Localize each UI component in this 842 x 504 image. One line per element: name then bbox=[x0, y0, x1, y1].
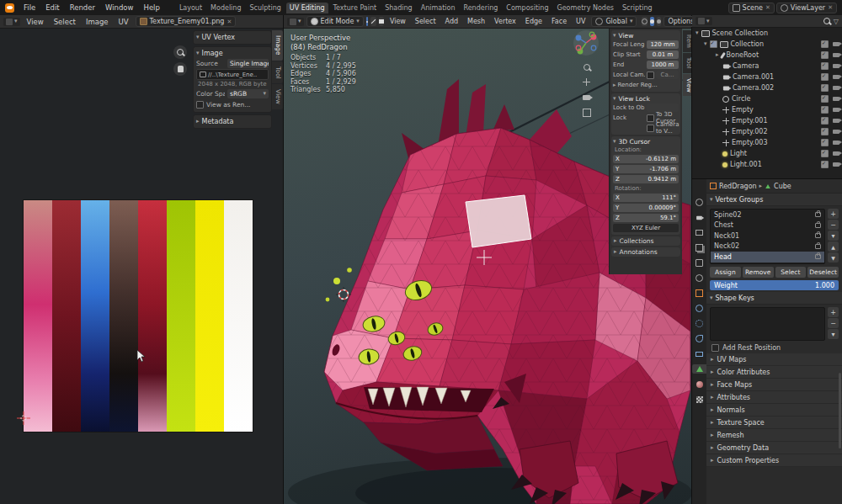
n-tab-view[interactable]: View bbox=[683, 74, 691, 97]
tab-constraint-properties[interactable] bbox=[692, 349, 706, 358]
cursor-location-z[interactable]: Z0.9412 m bbox=[613, 175, 679, 183]
tab-view-layer-properties[interactable] bbox=[692, 243, 706, 252]
editor-type-button[interactable]: ▾ bbox=[695, 17, 712, 25]
viewport-canvas[interactable]: User Perspective (84) RedDragon Objects1… bbox=[284, 29, 691, 504]
vp-menu-mesh[interactable]: Mesh bbox=[464, 17, 488, 26]
image-unlink-icon[interactable]: ✕ bbox=[226, 19, 232, 25]
workspace-tab-layout[interactable]: Layout bbox=[176, 3, 205, 13]
vertex-select-mode-button[interactable] bbox=[366, 17, 368, 26]
local-camera-checkbox[interactable] bbox=[647, 72, 654, 79]
perspective-toggle-icon[interactable] bbox=[580, 106, 593, 119]
menu-help[interactable]: Help bbox=[139, 2, 163, 13]
menu-window[interactable]: Window bbox=[101, 2, 138, 13]
panel-normals[interactable]: ▸ Normals bbox=[706, 404, 842, 416]
deselect-button[interactable]: Deselect bbox=[807, 267, 839, 278]
tab-scene-properties[interactable] bbox=[692, 258, 706, 268]
uv-canvas[interactable]: ▾ UV Vertex ▾ Image Source Single Image … bbox=[0, 29, 283, 504]
scene-selector[interactable]: Scene ✕ bbox=[728, 3, 775, 13]
face-select-mode-button[interactable] bbox=[379, 17, 384, 26]
outliner-row-camera[interactable]: Camera bbox=[692, 61, 842, 72]
menu-render[interactable]: Render bbox=[66, 2, 99, 13]
vertex-group-row[interactable]: Neck01 bbox=[711, 231, 824, 241]
uv-tab-tool[interactable]: Tool bbox=[272, 61, 283, 84]
tab-object-data-properties[interactable] bbox=[692, 364, 706, 374]
outliner-row-light[interactable]: Light bbox=[692, 148, 842, 159]
panel-attributes[interactable]: ▸ Attributes bbox=[706, 391, 842, 404]
zoom-view-icon[interactable] bbox=[580, 61, 593, 73]
material-shading-button[interactable] bbox=[657, 17, 661, 26]
vertex-group-row-active[interactable]: Head bbox=[711, 252, 824, 263]
outliner-row-circle[interactable]: Circle bbox=[692, 93, 842, 104]
menu-edit[interactable]: Edit bbox=[41, 2, 63, 13]
panel-remesh[interactable]: ▸ Remesh bbox=[706, 429, 842, 442]
vertex-group-row[interactable]: Chest bbox=[711, 220, 824, 231]
clip-start-field[interactable]: 0.01 m bbox=[647, 50, 679, 59]
workspace-tab-modeling[interactable]: Modeling bbox=[207, 3, 244, 13]
view-layer-selector[interactable]: ViewLayer ✕ bbox=[776, 3, 837, 13]
vp-menu-view[interactable]: View bbox=[386, 17, 409, 26]
vertex-group-row[interactable]: Spine02 bbox=[711, 210, 824, 220]
editor-type-button[interactable]: ▾ bbox=[3, 18, 20, 26]
cursor-rotation-x[interactable]: X111° bbox=[613, 194, 679, 202]
wireframe-shading-button[interactable] bbox=[642, 17, 647, 26]
blender-logo-icon[interactable] bbox=[5, 3, 14, 13]
workspace-tab-scripting[interactable]: Scripting bbox=[619, 3, 656, 13]
cursor-location-y[interactable]: Y-1.706 m bbox=[613, 165, 679, 173]
workspace-tab-uv-editing[interactable]: UV Editing bbox=[286, 3, 328, 13]
remove-shape-key-button[interactable]: − bbox=[828, 318, 839, 328]
tab-modifier-properties[interactable] bbox=[692, 304, 706, 313]
hide-viewport-toggle[interactable] bbox=[821, 139, 829, 146]
vp-menu-vertex[interactable]: Vertex bbox=[491, 17, 520, 26]
uv-zoom-gizmo[interactable] bbox=[173, 45, 187, 59]
workspace-tab-rendering[interactable]: Rendering bbox=[460, 3, 501, 13]
tab-tool-properties[interactable] bbox=[692, 198, 706, 207]
navigation-gizmo[interactable] bbox=[573, 30, 599, 56]
properties-scrollbar[interactable] bbox=[839, 373, 841, 448]
disable-render-toggle[interactable] bbox=[833, 86, 839, 90]
select-button[interactable]: Select bbox=[775, 267, 807, 278]
uv-menu-image[interactable]: Image bbox=[83, 17, 112, 27]
workspace-tab-compositing[interactable]: Compositing bbox=[503, 3, 552, 13]
view-panel-header[interactable]: ▾ View bbox=[613, 31, 679, 40]
vertex-groups-header[interactable]: ▾ Vertex Groups bbox=[706, 194, 842, 206]
tab-world-properties[interactable] bbox=[692, 273, 706, 283]
n-tab-item[interactable]: Item bbox=[683, 30, 691, 52]
image-datablock[interactable]: Texture_Enemy01.png ✕ bbox=[136, 16, 237, 27]
outliner-row-empty[interactable]: Empty bbox=[692, 104, 842, 115]
disable-render-toggle[interactable] bbox=[833, 42, 839, 46]
annotations-panel[interactable]: ▸ Annotations bbox=[611, 247, 680, 257]
vertex-group-row[interactable]: Neck02 bbox=[711, 241, 824, 252]
outliner-row-scene-collection[interactable]: ▾ Scene Collection bbox=[692, 28, 842, 39]
panel-geometry-data[interactable]: ▸ Geometry Data bbox=[706, 442, 842, 454]
uv-menu-view[interactable]: View bbox=[24, 17, 47, 27]
hide-viewport-toggle[interactable] bbox=[821, 150, 829, 157]
outliner-row-light-001[interactable]: Light.001 bbox=[692, 159, 842, 170]
uv-tab-view[interactable]: View bbox=[272, 84, 283, 109]
workspace-tab-animation[interactable]: Animation bbox=[418, 3, 459, 13]
vp-menu-add[interactable]: Add bbox=[442, 17, 462, 26]
lock-3d-cursor-checkbox[interactable] bbox=[647, 114, 654, 122]
rotation-mode-dropdown[interactable]: XYZ Euler bbox=[613, 224, 679, 232]
hide-viewport-toggle[interactable] bbox=[821, 128, 829, 135]
uv-tab-image[interactable]: Image bbox=[272, 30, 283, 61]
orientation-dropdown[interactable]: Global ▾ bbox=[591, 16, 637, 27]
color-space-dropdown[interactable]: sRGB ▾ bbox=[227, 89, 269, 98]
vp-menu-select[interactable]: Select bbox=[412, 17, 440, 26]
local-camera-field[interactable]: Ca... bbox=[656, 71, 679, 79]
tab-material-properties[interactable] bbox=[692, 379, 706, 389]
outliner-row-collection[interactable]: ▾ Collection bbox=[692, 39, 842, 50]
workspace-tab-texture-paint[interactable]: Texture Paint bbox=[330, 3, 381, 13]
search-icon[interactable] bbox=[823, 18, 830, 24]
add-rest-position-checkbox[interactable] bbox=[711, 344, 719, 352]
add-shape-key-button[interactable]: + bbox=[828, 307, 839, 317]
render-region-label[interactable]: Render Reg... bbox=[618, 82, 658, 88]
breadcrumb-data[interactable]: Cube bbox=[774, 183, 791, 190]
workspace-tab-shading[interactable]: Shading bbox=[381, 3, 416, 13]
tab-render-properties[interactable] bbox=[692, 213, 706, 222]
image-panel-header[interactable]: ▾ Image bbox=[196, 49, 269, 58]
collections-panel[interactable]: ▸ Collections bbox=[611, 236, 680, 246]
hide-viewport-toggle[interactable] bbox=[821, 161, 829, 168]
breadcrumb-object[interactable]: RedDragon bbox=[719, 183, 757, 190]
move-view-icon[interactable] bbox=[580, 76, 593, 88]
workspace-tab-sculpting[interactable]: Sculpting bbox=[246, 3, 284, 13]
